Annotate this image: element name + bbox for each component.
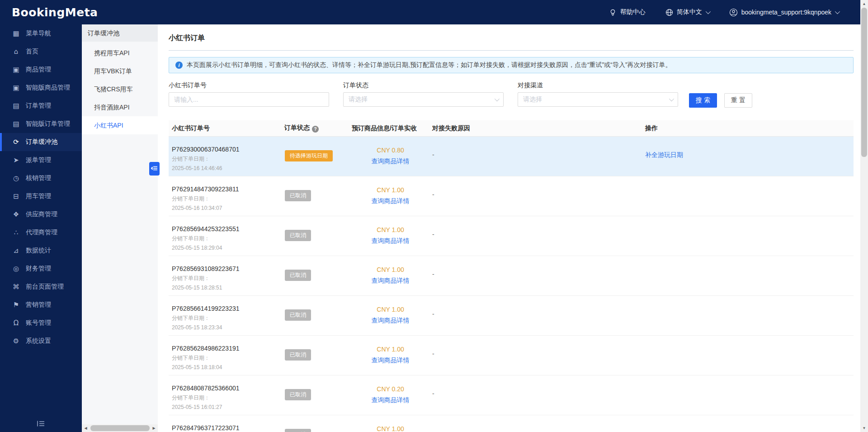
help-center-button[interactable]: 帮助中心 — [609, 8, 646, 16]
sidebar-item[interactable]: ▣ 智能版商品管理 — [0, 79, 82, 97]
order-date-label: 分销下单日期： — [172, 314, 281, 322]
sidebar-item[interactable]: ⊿ 数据统计 — [0, 242, 82, 260]
product-detail-link[interactable]: 查询商品详情 — [372, 277, 410, 285]
order-date-label: 分销下单日期： — [172, 354, 281, 362]
info-icon: i — [175, 62, 183, 69]
order-date: 2025-05-16 10:34:07 — [172, 205, 281, 211]
channel-select[interactable]: 请选择 — [518, 92, 678, 107]
fail-reason: - — [429, 296, 642, 335]
submenu-item[interactable]: 飞猪CRS用车 — [82, 80, 158, 98]
status-badge: 待选择游玩日期 — [285, 150, 333, 161]
submenu-item[interactable]: 抖音酒旅API — [82, 98, 158, 116]
stats-icon: ⊿ — [12, 247, 20, 255]
sidebar-item[interactable]: ⚙ 系统设置 — [0, 332, 82, 350]
fail-reason: - — [429, 336, 642, 375]
action-link[interactable]: 补全游玩日期 — [645, 151, 683, 159]
reset-button[interactable]: 重 置 — [724, 93, 752, 108]
order-amount: CNY 0.20 — [352, 385, 429, 393]
status-badge: 已取消 — [285, 349, 311, 361]
product-icon: ▣ — [12, 66, 20, 74]
product-detail-link[interactable]: 查询商品详情 — [372, 157, 410, 166]
sidebar-item-label: 首页 — [26, 47, 38, 56]
order-no-input[interactable] — [174, 96, 324, 103]
panel-collapse-button[interactable] — [149, 162, 160, 176]
sidebar-item[interactable]: ◷ 核销管理 — [0, 169, 82, 187]
sidebar-collapse-button[interactable] — [0, 420, 82, 428]
order-amount: CNY 1.00 — [352, 226, 429, 233]
table-row: P762856944253223551 分销下单日期： 2025-05-15 1… — [169, 216, 854, 256]
top-navbar: BookingMeta 帮助中心 简体中文 — [0, 0, 860, 24]
sidebar-item-label: 订单缓冲池 — [26, 138, 57, 146]
main-sidebar: ▦ 菜单导航 ⌂ 首页 ▣ 商品管理 ▣ 智能版商品管理 ▤ 订单管理 ▤ 智能… — [0, 24, 82, 432]
sidebar-item[interactable]: ∴ 代理商管理 — [0, 223, 82, 242]
order-amount: CNY 1.00 — [352, 266, 429, 273]
fail-reason: - — [429, 256, 642, 295]
sidebar-item[interactable]: ▦ 菜单导航 — [0, 24, 82, 43]
submenu-item[interactable]: 小红书API — [82, 116, 158, 134]
page-title: 小红书订单 — [169, 33, 854, 43]
order-date-label: 分销下单日期： — [172, 235, 281, 242]
sidebar-item-label: 菜单导航 — [26, 29, 51, 38]
sidebar-item[interactable]: ⌂ 首页 — [0, 43, 82, 61]
status-badge: 已取消 — [285, 230, 311, 241]
horizontal-scroll-thumb[interactable] — [90, 425, 150, 431]
sidebar-item[interactable]: ▤ 智能版订单管理 — [0, 115, 82, 133]
sidebar-item[interactable]: ▤ 订单管理 — [0, 97, 82, 115]
table-row: P762914847309223811 分销下单日期： 2025-05-16 1… — [169, 176, 854, 216]
sidebar-item[interactable]: ▣ 商品管理 — [0, 61, 82, 79]
order-status-placeholder: 请选择 — [349, 95, 495, 104]
sidebar-item[interactable]: ◎ 财务管理 — [0, 260, 82, 278]
vertical-scrollbar[interactable]: ▲ ▼ — [860, 0, 868, 432]
scroll-left-icon[interactable]: ◀ — [82, 426, 90, 430]
col-product: 预订商品信息/订单实收 — [349, 124, 429, 133]
scroll-up-icon[interactable]: ▲ — [860, 0, 868, 8]
submenu-item[interactable]: 携程用车API — [82, 44, 158, 62]
chevron-down-icon — [835, 9, 840, 14]
vertical-scroll-thumb[interactable] — [861, 8, 867, 157]
product-detail-link[interactable]: 查询商品详情 — [372, 197, 410, 205]
scroll-down-icon[interactable]: ▼ — [860, 424, 868, 432]
order-status-filter-label: 订单状态 — [343, 81, 504, 90]
user-menu[interactable]: bookingmeta_support:9kqnpoek — [729, 8, 839, 17]
sidebar-item[interactable]: ➤ 派单管理 — [0, 151, 82, 169]
language-selector[interactable]: 简体中文 — [665, 8, 709, 16]
product-detail-link[interactable]: 查询商品详情 — [372, 396, 410, 404]
info-banner: i 本页面展示小红书订单明细，可查询小红书的状态、详情等；补全订单游玩日期,预订… — [169, 57, 854, 73]
scroll-right-icon[interactable]: ▶ — [150, 426, 158, 430]
order-icon: ▤ — [12, 120, 20, 128]
help-icon[interactable]: ? — [312, 126, 319, 133]
sidebar-item-label: 营销管理 — [26, 301, 51, 309]
order-no-filter-label: 小红书订单号 — [169, 81, 329, 90]
product-detail-link[interactable]: 查询商品详情 — [372, 317, 410, 325]
brand-logo: BookingMeta — [12, 6, 98, 19]
sidebar-item-label: 智能版商品管理 — [26, 84, 70, 92]
filter-bar: 小红书订单号 订单状态 请选择 对接渠道 请选择 搜 索 重 置 — [169, 81, 854, 108]
fail-reason: - — [429, 375, 642, 415]
table-header: 小红书订单号 订单状态? 预订商品信息/订单实收 对接失败原因 操作 — [169, 120, 854, 137]
submenu-item[interactable]: 用车VBK订单 — [82, 62, 158, 80]
order-amount: CNY 1.00 — [352, 186, 429, 194]
product-detail-link[interactable]: 查询商品详情 — [372, 356, 410, 365]
order-amount: CNY 1.00 — [352, 346, 429, 353]
sidebar-item-label: 系统设置 — [26, 337, 51, 345]
home-icon: ⌂ — [12, 47, 20, 56]
sidebar-item-label: 派单管理 — [26, 156, 51, 164]
sidebar-item-label: 账号管理 — [26, 319, 51, 327]
product-detail-link[interactable]: 查询商品详情 — [372, 237, 410, 245]
sidebar-item[interactable]: ⌘ 前台页面管理 — [0, 278, 82, 296]
table-row: P762856284986223191 分销下单日期： 2025-05-15 1… — [169, 336, 854, 375]
product-icon: ▣ — [12, 84, 20, 92]
horizontal-scrollbar[interactable]: ◀ ▶ — [82, 424, 158, 432]
order-date: 2025-05-16 14:46:46 — [172, 165, 281, 171]
buffer-icon: ⟳ — [12, 138, 20, 146]
sidebar-item[interactable]: ⊟ 用车管理 — [0, 187, 82, 205]
sidebar-item[interactable]: ❖ 供应商管理 — [0, 205, 82, 223]
sidebar-item[interactable]: ⚑ 营销管理 — [0, 296, 82, 314]
sidebar-item[interactable]: ⟳ 订单缓冲池 — [0, 133, 82, 151]
search-button[interactable]: 搜 索 — [689, 93, 717, 108]
order-status-select[interactable]: 请选择 — [343, 92, 504, 107]
order-date: 2025-05-15 18:23:34 — [172, 324, 281, 331]
sidebar-item[interactable]: Ω 账号管理 — [0, 314, 82, 332]
table-row: P762847963717223071 分销下单日期： 已取消 CNY 1.00… — [169, 415, 854, 432]
order-number: P762856284986223191 — [172, 336, 281, 352]
